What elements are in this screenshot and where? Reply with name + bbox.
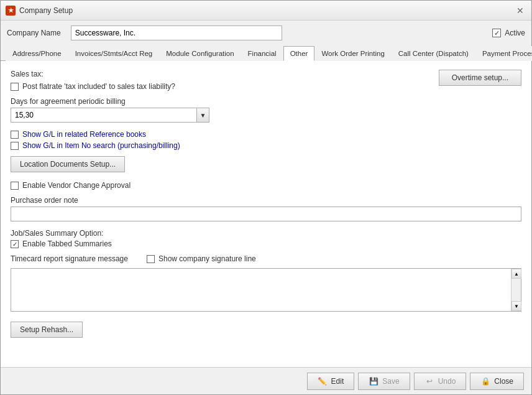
signature-scrollbar: ▲ ▼	[511, 269, 521, 311]
sales-tax-left: Sales tax: Post flatrate 'tax included' …	[11, 70, 439, 93]
scroll-track	[511, 279, 521, 301]
tab-address[interactable]: Address/Phone	[6, 46, 68, 61]
tab-invoices[interactable]: Invoices/Stmts/Acct Reg	[68, 46, 160, 61]
undo-button[interactable]: ↩ Undo	[414, 373, 467, 390]
sales-tax-checkbox-label: Post flatrate 'tax included' to sales ta…	[22, 82, 175, 91]
show-company-sig-row: Show company signature line	[147, 254, 256, 263]
sales-tax-label: Sales tax:	[11, 70, 439, 78]
save-button[interactable]: 💾 Save	[358, 373, 410, 390]
sales-tax-checkbox[interactable]	[11, 83, 19, 91]
enable-tabbed-label: Enable Tabbed Summaries	[22, 239, 112, 248]
job-sales-section: Job/Sales Summary Option: Enable Tabbed …	[11, 229, 521, 248]
timecard-label: Timecard report signature message	[11, 254, 128, 263]
company-name-label: Company Name	[7, 29, 61, 37]
gl-item-label[interactable]: Show G/L in Item No search (purchasing/b…	[22, 141, 180, 150]
purchase-order-label: Purchase order note	[11, 196, 521, 205]
company-setup-window: ★ Company Setup ✕ Company Name Active Ad…	[0, 0, 532, 395]
tab-module[interactable]: Module Configuration	[159, 46, 241, 61]
gl-item-checkbox[interactable]	[11, 142, 19, 150]
signature-textarea-container: ▲ ▼	[11, 268, 521, 312]
close-button[interactable]: 🔒 Close	[470, 373, 524, 390]
combo-dropdown-arrow[interactable]: ▼	[196, 108, 209, 122]
active-section: Active	[492, 29, 525, 37]
overtime-setup-button[interactable]: Overtime setup...	[439, 70, 521, 86]
window-close-button[interactable]: ✕	[514, 4, 526, 17]
active-checkbox[interactable]	[492, 29, 501, 37]
days-input[interactable]	[11, 108, 196, 122]
gl-ref-row: Show G/L in related Reference books	[11, 130, 521, 139]
edit-button[interactable]: ✏️ Edit	[307, 373, 355, 390]
vendor-change-row: Enable Vendor Change Approval	[11, 181, 521, 190]
sales-tax-row: Sales tax: Post flatrate 'tax included' …	[11, 70, 521, 93]
header-row: Company Name Active	[1, 21, 531, 45]
purchase-order-group: Purchase order note	[11, 196, 521, 221]
gl-item-row: Show G/L in Item No search (purchasing/b…	[11, 141, 521, 150]
days-label: Days for agreement periodic billing	[11, 97, 521, 106]
main-content: Sales tax: Post flatrate 'tax included' …	[1, 61, 531, 367]
days-combo[interactable]: ▼	[11, 108, 209, 123]
undo-icon: ↩	[424, 376, 434, 386]
edit-icon: ✏️	[318, 376, 328, 386]
days-field-group: Days for agreement periodic billing ▼	[11, 97, 521, 123]
tab-other[interactable]: Other	[283, 46, 315, 61]
scroll-down-button[interactable]: ▼	[511, 301, 521, 311]
setup-rehash-button[interactable]: Setup Rehash...	[11, 322, 83, 338]
tab-callcenter[interactable]: Call Center (Dispatch)	[392, 46, 475, 61]
gl-ref-checkbox[interactable]	[11, 131, 19, 139]
enable-tabbed-checkbox[interactable]	[11, 240, 19, 248]
scroll-up-button[interactable]: ▲	[511, 269, 521, 279]
close-icon: 🔒	[480, 376, 490, 386]
company-name-input[interactable]	[71, 26, 282, 40]
footer: ✏️ Edit 💾 Save ↩ Undo 🔒 Close	[1, 367, 531, 394]
tab-payment[interactable]: Payment Processing	[475, 46, 532, 61]
signature-textarea[interactable]	[11, 269, 510, 311]
sales-tax-checkbox-row: Post flatrate 'tax included' to sales ta…	[11, 82, 439, 91]
job-sales-label: Job/Sales Summary Option:	[11, 229, 521, 238]
location-docs-button[interactable]: Location Documents Setup...	[11, 156, 125, 172]
enable-tabbed-row: Enable Tabbed Summaries	[11, 239, 521, 248]
timecard-row: Timecard report signature message Show c…	[11, 254, 521, 263]
close-label: Close	[494, 377, 513, 386]
setup-rehash-section: Setup Rehash...	[11, 322, 521, 338]
save-label: Save	[382, 377, 399, 386]
show-company-sig-label: Show company signature line	[158, 254, 256, 263]
title-bar-left: ★ Company Setup	[6, 6, 73, 16]
app-icon: ★	[6, 6, 16, 16]
vendor-change-label: Enable Vendor Change Approval	[22, 181, 131, 190]
window-title: Company Setup	[19, 6, 73, 15]
purchase-order-input[interactable]	[11, 207, 521, 221]
undo-label: Undo	[438, 377, 456, 386]
save-icon: 💾	[369, 376, 378, 386]
gl-section: Show G/L in related Reference books Show…	[11, 130, 521, 150]
show-company-sig-checkbox[interactable]	[147, 255, 155, 263]
tab-workorder[interactable]: Work Order Printing	[314, 46, 391, 61]
tab-financial[interactable]: Financial	[241, 46, 283, 61]
edit-label: Edit	[331, 377, 344, 386]
timecard-section: Timecard report signature message Show c…	[11, 254, 521, 312]
vendor-change-checkbox[interactable]	[11, 182, 19, 190]
active-label: Active	[505, 29, 525, 37]
title-bar: ★ Company Setup ✕	[1, 1, 531, 21]
location-docs-section: Location Documents Setup...	[11, 156, 521, 172]
tabs-row: Address/Phone Invoices/Stmts/Acct Reg Mo…	[1, 45, 531, 61]
gl-ref-label[interactable]: Show G/L in related Reference books	[22, 130, 146, 139]
